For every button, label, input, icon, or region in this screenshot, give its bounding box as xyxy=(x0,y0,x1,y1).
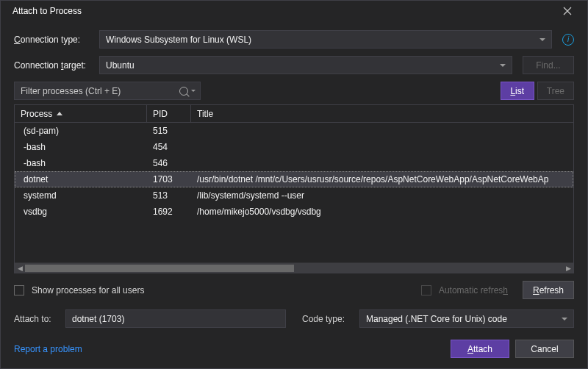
connection-target-label: Connection target: xyxy=(14,60,93,71)
cell-pid: 515 xyxy=(147,126,191,136)
attach-button[interactable]: Attach xyxy=(451,340,509,358)
close-icon[interactable] xyxy=(555,1,580,21)
cell-title: /lib/systemd/systemd --user xyxy=(191,190,573,201)
attach-row: Attach to: dotnet (1703) Code type: Mana… xyxy=(14,309,574,328)
table-row[interactable]: -bash454 xyxy=(15,139,573,155)
filter-input[interactable]: Filter processes (Ctrl + E) xyxy=(14,82,201,100)
find-button[interactable]: Find... xyxy=(523,56,574,74)
auto-refresh-checkbox xyxy=(421,285,431,295)
scroll-right-icon[interactable]: ▶ xyxy=(563,263,573,273)
connection-type-value: Windows Subsystem for Linux (WSL) xyxy=(106,35,251,45)
cell-pid: 513 xyxy=(147,190,191,201)
table-options-row: Show processes for all users Automatic r… xyxy=(14,281,574,299)
attach-to-process-dialog: Attach to Process Connection type: Windo… xyxy=(0,0,588,369)
cell-process: -bash xyxy=(15,158,147,168)
cell-pid: 454 xyxy=(147,142,191,152)
column-header-pid[interactable]: PID xyxy=(147,105,191,122)
table-body: (sd-pam)515-bash454-bash546dotnet1703/us… xyxy=(15,123,573,262)
chevron-down-icon xyxy=(562,318,567,320)
footer: Report a problem Attach Cancel xyxy=(14,340,574,358)
cell-process: (sd-pam) xyxy=(15,126,147,136)
connection-target-value: Ubuntu xyxy=(106,60,135,71)
table-header: Process PID Title xyxy=(15,105,573,123)
code-type-value: Managed (.NET Core for Unix) code xyxy=(366,314,507,324)
table-row[interactable]: vsdbg1692/home/mikejo5000/vsdbg/vsdbg xyxy=(15,204,573,220)
connection-type-label: Connection type: xyxy=(14,35,93,45)
list-view-button[interactable]: List xyxy=(501,82,534,100)
connection-type-combo[interactable]: Windows Subsystem for Linux (WSL) xyxy=(99,30,552,49)
connection-target-row: Connection target: Ubuntu Find... xyxy=(14,56,574,74)
sort-ascending-icon xyxy=(57,112,62,115)
refresh-button[interactable]: Refresh xyxy=(523,281,574,299)
attach-to-label: Attach to: xyxy=(14,314,60,324)
chevron-down-icon xyxy=(500,64,506,67)
cell-title: /home/mikejo5000/vsdbg/vsdbg xyxy=(191,207,573,217)
cell-process: dotnet xyxy=(15,174,147,184)
horizontal-scrollbar[interactable]: ◀ ▶ xyxy=(15,262,573,273)
column-header-title[interactable]: Title xyxy=(191,105,573,122)
dialog-body: Connection type: Windows Subsystem for L… xyxy=(1,21,587,368)
scrollbar-track[interactable] xyxy=(25,263,563,273)
cell-process: systemd xyxy=(15,190,147,201)
show-all-users-checkbox[interactable] xyxy=(14,285,24,295)
filter-row: Filter processes (Ctrl + E) List Tree xyxy=(14,82,574,100)
scroll-left-icon[interactable]: ◀ xyxy=(15,263,25,273)
code-type-combo[interactable]: Managed (.NET Core for Unix) code xyxy=(359,309,574,328)
column-header-process[interactable]: Process xyxy=(15,105,147,122)
connection-type-row: Connection type: Windows Subsystem for L… xyxy=(14,30,574,49)
table-row[interactable]: systemd513/lib/systemd/systemd --user xyxy=(15,187,573,204)
filter-placeholder: Filter processes (Ctrl + E) xyxy=(21,86,121,96)
cell-title: /usr/bin/dotnet /mnt/c/Users/usrusr/sour… xyxy=(191,174,573,184)
cell-process: vsdbg xyxy=(15,207,147,217)
table-row[interactable]: (sd-pam)515 xyxy=(15,123,573,139)
cell-process: -bash xyxy=(15,142,147,152)
search-icon xyxy=(179,87,188,96)
show-all-users-label: Show processes for all users xyxy=(32,285,144,295)
process-table: Process PID Title (sd-pam)515-bash454-ba… xyxy=(14,104,574,273)
info-icon[interactable]: i xyxy=(562,34,574,46)
view-toggle: List Tree xyxy=(501,82,574,100)
cell-pid: 546 xyxy=(147,158,191,168)
chevron-down-icon xyxy=(539,38,545,41)
table-row[interactable]: -bash546 xyxy=(15,155,573,171)
connection-target-combo[interactable]: Ubuntu xyxy=(99,56,512,74)
attach-to-field[interactable]: dotnet (1703) xyxy=(65,309,286,328)
dialog-title: Attach to Process xyxy=(12,6,555,16)
titlebar: Attach to Process xyxy=(1,1,587,21)
attach-to-value: dotnet (1703) xyxy=(72,314,124,324)
scrollbar-thumb[interactable] xyxy=(25,265,294,272)
cancel-button[interactable]: Cancel xyxy=(515,340,574,358)
table-row[interactable]: dotnet1703/usr/bin/dotnet /mnt/c/Users/u… xyxy=(15,171,573,187)
cell-pid: 1692 xyxy=(147,207,191,217)
auto-refresh-label: Automatic refresh xyxy=(439,285,508,295)
chevron-down-icon xyxy=(191,90,196,92)
cell-pid: 1703 xyxy=(147,174,191,184)
code-type-label: Code type: xyxy=(302,314,354,324)
report-problem-link[interactable]: Report a problem xyxy=(14,344,82,354)
tree-view-button[interactable]: Tree xyxy=(537,82,574,100)
